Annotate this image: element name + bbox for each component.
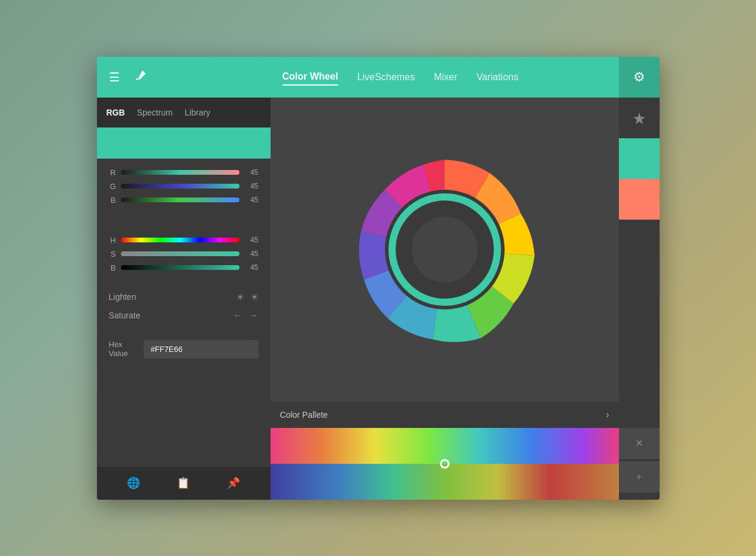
hex-input[interactable]	[144, 340, 259, 358]
app-container: ☰ Color Wheel LiveSchemes Mixer Variatio…	[97, 57, 660, 500]
nav-tabs: Color Wheel LiveSchemes Mixer Variations	[271, 69, 619, 86]
g-value: 45	[244, 182, 259, 190]
pin-bottom-icon[interactable]: 📌	[227, 476, 240, 490]
main-body: RGB Spectrum Library R 45 G 45 B	[97, 98, 660, 500]
far-right-panel: ✕ +	[619, 98, 660, 500]
s-slider-row: S 45	[109, 250, 259, 259]
settings-button[interactable]: ⚙	[619, 57, 660, 98]
saturate-label: Saturate	[109, 311, 141, 320]
far-right-bottom: ✕ +	[619, 428, 660, 495]
b-value: 45	[244, 196, 259, 204]
b2-value: 45	[244, 263, 259, 272]
b2-slider[interactable]	[121, 265, 239, 270]
g-slider[interactable]	[121, 184, 239, 189]
add-button[interactable]: +	[619, 461, 660, 493]
saturate-decrease-btn[interactable]: ←	[233, 310, 243, 321]
tab-variations[interactable]: Variations	[476, 69, 518, 85]
gear-icon: ⚙	[633, 69, 645, 85]
pin-button[interactable]	[619, 102, 660, 138]
color-preview-bar	[97, 127, 271, 159]
g-slider-row: G 45	[109, 182, 259, 191]
close-button[interactable]: ✕	[619, 428, 660, 459]
color-wheel[interactable]	[331, 136, 558, 363]
globe-icon[interactable]: 🌐	[127, 476, 140, 490]
h-slider[interactable]	[121, 238, 239, 242]
sidebar-bottom: 🌐 📋 📌	[97, 467, 271, 500]
tab-mixer[interactable]: Mixer	[434, 69, 457, 85]
b-slider[interactable]	[121, 198, 239, 202]
lighten-controls: ☀ ☀	[236, 291, 259, 303]
right-panel: Color Pallete ›	[271, 98, 619, 500]
gradient-bar[interactable]	[271, 428, 619, 500]
h-label: H	[109, 236, 116, 245]
sidebar-tab-spectrum[interactable]: Spectrum	[137, 108, 173, 117]
lighten-label: Lighten	[109, 292, 136, 302]
eyedropper-icon[interactable]	[134, 69, 147, 85]
b2-slider-row: B 45	[109, 263, 259, 272]
r-slider-row: R 45	[109, 168, 259, 177]
lighten-saturate: Lighten ☀ ☀ Saturate ← →	[97, 282, 271, 330]
palette-arrow-icon: ›	[606, 409, 609, 420]
g-label: G	[109, 182, 116, 191]
tab-live-schemes[interactable]: LiveSchemes	[357, 69, 415, 85]
sidebar-tab-library[interactable]: Library	[185, 108, 211, 117]
color-wheel-area	[271, 98, 619, 402]
hex-label: Hex Value	[109, 340, 136, 358]
r-value: 45	[244, 168, 259, 177]
sidebar: RGB Spectrum Library R 45 G 45 B	[97, 98, 271, 500]
center-area: Color Pallete ›	[271, 98, 660, 500]
h-slider-row: H 45	[109, 236, 259, 245]
tab-color-wheel[interactable]: Color Wheel	[283, 69, 338, 86]
lighten-increase-btn[interactable]: ☀	[250, 291, 259, 303]
saturate-increase-btn[interactable]: →	[249, 310, 259, 321]
hex-section: Hex Value	[97, 330, 271, 368]
star-pin-icon	[632, 111, 646, 129]
saturate-controls: ← →	[233, 310, 259, 321]
copy-icon[interactable]: 📋	[177, 476, 190, 490]
color-palette-bar[interactable]: Color Pallete ›	[271, 402, 619, 428]
palette-label: Color Pallete	[280, 410, 606, 420]
hsb-sliders: H 45 S 45 B 45	[97, 226, 271, 282]
nav-left: ☰	[97, 69, 271, 85]
svg-point-4	[412, 217, 478, 282]
s-value: 45	[244, 250, 259, 258]
s-label: S	[109, 250, 116, 259]
h-value: 45	[244, 236, 259, 244]
sidebar-tabs: RGB Spectrum Library	[97, 98, 271, 127]
b2-label: B	[109, 263, 116, 272]
lighten-row: Lighten ☀ ☀	[109, 291, 259, 303]
menu-icon[interactable]: ☰	[109, 70, 120, 84]
lighten-decrease-btn[interactable]: ☀	[236, 291, 244, 303]
top-nav: ☰ Color Wheel LiveSchemes Mixer Variatio…	[97, 57, 660, 98]
r-label: R	[109, 168, 116, 177]
b-label: B	[109, 196, 116, 205]
saturate-row: Saturate ← →	[109, 310, 259, 321]
sidebar-tab-rgb[interactable]: RGB	[107, 108, 125, 117]
rgb-sliders: R 45 G 45 B 45	[97, 159, 271, 214]
b-slider-row: B 45	[109, 196, 259, 205]
color-swatch-coral[interactable]	[619, 179, 660, 220]
s-slider[interactable]	[121, 251, 239, 256]
color-swatch-teal[interactable]	[619, 138, 660, 179]
r-slider[interactable]	[121, 170, 239, 175]
